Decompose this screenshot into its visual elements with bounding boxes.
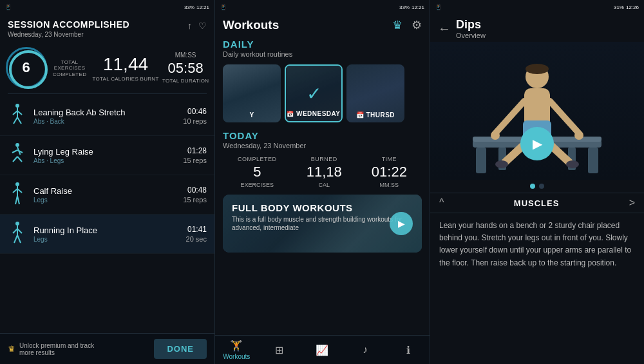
burned-unit: CAL [307, 182, 342, 188]
nav-workouts-label: Workouts [223, 353, 250, 360]
burned-stat: BURNED 11,18 CAL [307, 156, 342, 188]
duration-block: MM:SS 05:58 TOTAL DURATION [162, 52, 209, 84]
muscles-arrow-icon[interactable]: > [629, 197, 635, 209]
calendar-icon: 📅 [287, 111, 294, 117]
svg-rect-28 [588, 148, 598, 173]
exercise-icon-2 [8, 180, 27, 209]
done-button[interactable]: DONE [154, 339, 207, 359]
svg-line-4 [13, 111, 17, 115]
svg-line-25 [17, 235, 21, 243]
exercise-reps-2: 15 reps [183, 196, 207, 204]
bottom-nav: 🏋 Workouts ⊞ 📈 ♪ ℹ [215, 335, 430, 364]
daily-section: DAILY Daily workout routines [215, 35, 430, 61]
unlock-message: Unlock premium and trackmore results [19, 342, 94, 356]
day-label-y: Y [223, 111, 281, 119]
exercise-tags-3: Legs [33, 236, 186, 243]
time-unit: MM:SS [372, 182, 407, 188]
exercise-name-1: Lying Leg Raise [33, 147, 183, 157]
svg-line-5 [17, 111, 22, 115]
daily-sublabel: Daily workout routines [223, 50, 422, 58]
session-date: Wednesday, 23 November [8, 31, 129, 38]
full-body-banner[interactable]: FULL BODY WORKOUTS This is a full body m… [223, 195, 422, 253]
exercise-item-1[interactable]: Lying Leg Raise Abs · Legs 01:28 15 reps [0, 136, 214, 175]
workouts-header: Workouts ♛ ⚙ [215, 14, 430, 35]
nav-info-icon: ℹ [406, 344, 410, 356]
dips-title: Dips [456, 18, 486, 32]
exercise-stats-3: 01:41 20 sec [186, 225, 207, 243]
panel-dips: 📱 31% 12:26 ← Dips Overview [430, 0, 644, 364]
daily-label: DAILY [223, 39, 422, 50]
exercise-item-3[interactable]: Running In Place Legs 01:41 20 sec [0, 215, 214, 254]
svg-line-23 [17, 229, 22, 233]
battery-2: 33% [399, 5, 410, 10]
exercise-item-0[interactable]: Leaning Back Ab Stretch Abs · Back 00:46… [0, 97, 214, 136]
svg-line-13 [17, 157, 22, 162]
nav-music-icon: ♪ [363, 344, 368, 356]
today-section: TODAY Wednesday, 23 November [215, 126, 430, 152]
exercise-info-3: Running In Place Legs [33, 225, 186, 243]
nav-music[interactable]: ♪ [344, 344, 387, 356]
back-button[interactable]: ← [438, 21, 451, 36]
svg-line-7 [17, 117, 21, 124]
svg-point-2 [15, 104, 19, 108]
favorite-icon[interactable]: ♡ [198, 21, 207, 31]
svg-point-34 [526, 64, 549, 74]
time-2: 12:21 [412, 5, 424, 10]
muscles-expand-icon[interactable]: ^ [439, 197, 444, 209]
exercise-stats-2: 00:48 15 reps [183, 186, 207, 204]
calories-value: 11,44 [103, 54, 148, 75]
exercise-info-1: Lying Leg Raise Abs · Legs [33, 147, 183, 164]
exercise-tags-2: Legs [33, 196, 183, 204]
nav-info[interactable]: ℹ [386, 344, 430, 356]
unlock-text: ♛ Unlock premium and trackmore results [8, 342, 94, 356]
day-card-monday[interactable]: Y [223, 64, 281, 122]
share-icon[interactable]: ↑ [187, 21, 192, 31]
exercise-list: Leaning Back Ab Stretch Abs · Back 00:46… [0, 94, 214, 333]
svg-point-20 [15, 222, 19, 225]
exercise-item-2[interactable]: Calf Raise Legs 00:48 15 reps [0, 175, 214, 215]
completed-value: 5 [238, 164, 277, 180]
burned-label: BURNED [307, 156, 342, 162]
status-left-2: 📱 [220, 5, 227, 10]
session-icons: ↑ ♡ [187, 21, 207, 31]
total-exercises-value: 6 [23, 59, 30, 76]
play-button-3d[interactable]: ▶ [520, 127, 554, 160]
day-card-thursday[interactable]: 📅 THURSD [346, 64, 404, 122]
time-stat: TIME 01:22 MM:SS [372, 156, 407, 188]
banner-subtitle: This is a full body muscle and strength … [232, 215, 413, 232]
calendar-icon-thu: 📅 [356, 111, 365, 119]
exercise-info-0: Leaning Back Ab Stretch Abs · Back [33, 108, 183, 125]
nav-grid[interactable]: ⊞ [258, 344, 301, 356]
dips-figure-svg [460, 37, 614, 185]
nav-workouts[interactable]: 🏋 Workouts [215, 340, 258, 360]
exercise-name-2: Calf Raise [33, 186, 183, 196]
workouts-header-icons: ♛ ⚙ [392, 18, 422, 32]
duration-label: TOTAL DURATION [162, 78, 209, 84]
status-bar-2: 📱 33% 12:21 [215, 0, 430, 14]
status-bar-1: 📱 33% 12:21 [0, 0, 214, 14]
svg-line-22 [13, 229, 17, 233]
burned-value: 11,18 [307, 164, 342, 180]
duration-unit: MM:SS [175, 52, 196, 59]
banner-play-button[interactable]: ▶ [390, 212, 413, 235]
svg-point-14 [15, 182, 19, 186]
svg-point-38 [574, 131, 583, 140]
muscles-bar: ^ MUSCLES > [430, 193, 644, 213]
day-card-wednesday[interactable]: ✓ 📅 WEDNESDAY [285, 64, 343, 122]
nav-chart-icon: 📈 [316, 344, 328, 356]
bottom-bar: ♛ Unlock premium and trackmore results D… [0, 333, 214, 364]
nav-workouts-icon: 🏋 [230, 340, 243, 352]
crown-icon-unlock: ♛ [8, 344, 15, 354]
nav-chart[interactable]: 📈 [301, 344, 344, 356]
exercise-time-0: 00:46 [183, 107, 207, 116]
gear-icon[interactable]: ⚙ [412, 18, 422, 32]
session-header: SESSION ACCOMPLISHED Wednesday, 23 Novem… [0, 14, 214, 42]
battery-3: 31% [614, 5, 624, 10]
crown-icon-header[interactable]: ♛ [392, 18, 402, 32]
nav-grid-icon: ⊞ [275, 344, 283, 356]
stats-row: 6 TOTAL EXERCISES COMPLETED 11,44 TOTAL … [0, 42, 214, 93]
status-left-3: 📱 [435, 5, 442, 10]
svg-line-19 [17, 196, 19, 204]
svg-line-16 [13, 189, 17, 193]
exercise-icon-1 [8, 141, 27, 169]
